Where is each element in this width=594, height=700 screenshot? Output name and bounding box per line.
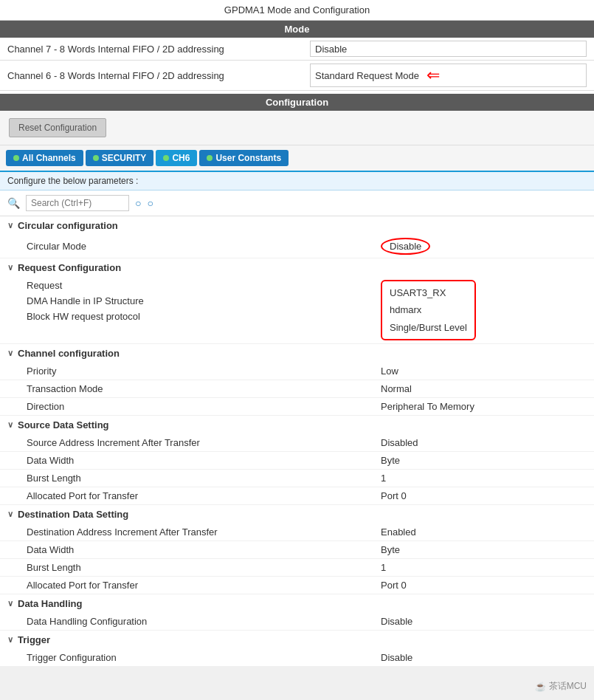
tab-security[interactable]: SECURITY: [86, 150, 154, 166]
param-name: Destination Address Increment After Tran…: [27, 526, 381, 538]
param-value-cell: Disable: [381, 238, 587, 255]
group-3[interactable]: ∨Source Data Setting: [0, 416, 594, 434]
tab-label: CH6: [172, 153, 190, 163]
tab-user-constants[interactable]: User Constants: [199, 150, 289, 166]
param-name: Trigger Configuration: [27, 652, 381, 663]
nav-left-icon[interactable]: ○: [135, 197, 141, 209]
mode-section-header: Mode: [0, 21, 594, 38]
mode-rows: Channel 7 - 8 Words Internal FIFO / 2D a…: [0, 38, 594, 91]
tab-label: All Channels: [22, 153, 76, 163]
mode-row-label: Channel 6 - 8 Words Internal FIFO / 2D a…: [7, 70, 310, 81]
watermark: ☕ 茶话MCU: [535, 680, 587, 693]
search-row: 🔍 ○ ○: [0, 191, 594, 216]
param-row-2-2: Direction Peripheral To Memory: [0, 398, 594, 416]
param-names-col: RequestDMA Handle in IP StructureBlock H…: [27, 280, 381, 322]
tab-ch6[interactable]: CH6: [156, 150, 197, 166]
title-text: GPDMA1 Mode and Configuration: [224, 4, 370, 16]
mode-row-1: Channel 6 - 8 Words Internal FIFO / 2D a…: [0, 61, 594, 91]
nav-right-icon[interactable]: ○: [147, 197, 153, 209]
tab-dot: [163, 155, 169, 161]
group-1[interactable]: ∨Request Configuration: [0, 258, 594, 277]
tab-label: User Constants: [215, 153, 281, 163]
param-name: Transaction Mode: [27, 383, 381, 394]
param-row-3-0: Source Address Increment After Transfer …: [0, 434, 594, 452]
param-value-cell: Byte: [381, 455, 587, 466]
param-row-4-3: Allocated Port for Transfer Port 0: [0, 577, 594, 594]
param-value: Low: [381, 366, 398, 377]
page-title: GPDMA1 Mode and Configuration: [0, 0, 594, 21]
group-chevron: ∨: [7, 263, 13, 272]
configure-text: Configure the below parameters :: [0, 172, 594, 191]
tab-all-channels[interactable]: All Channels: [6, 150, 83, 166]
param-box-value: USART3_RXhdmarxSingle/Burst Level: [381, 280, 587, 340]
group-5[interactable]: ∨Data Handling: [0, 594, 594, 613]
param-value: Port 0: [381, 490, 407, 501]
param-row-3-3: Allocated Port for Transfer Port 0: [0, 487, 594, 505]
group-chevron: ∨: [7, 635, 13, 645]
config-section-header: Configuration: [0, 94, 594, 111]
group-name: Data Handling: [18, 598, 82, 609]
param-value-cell: Low: [381, 366, 587, 377]
param-name: Request: [27, 280, 381, 291]
param-row-4-2: Burst Length 1: [0, 559, 594, 577]
group-chevron: ∨: [7, 349, 13, 358]
param-name: Priority: [27, 366, 381, 377]
param-name: Data Handling Configuration: [27, 616, 381, 627]
param-value-cell: Disabled: [381, 437, 587, 448]
param-value: Port 0: [381, 580, 407, 591]
param-row-4-0: Destination Address Increment After Tran…: [0, 524, 594, 541]
page-container: GPDMA1 Mode and Configuration Mode Chann…: [0, 0, 594, 667]
param-value: Byte: [381, 455, 400, 466]
param-name: Allocated Port for Transfer: [27, 580, 381, 591]
red-circle-annotation: Disable: [381, 238, 430, 255]
param-value-cell: Enabled: [381, 526, 587, 538]
red-box-annotation: USART3_RXhdmarxSingle/Burst Level: [381, 280, 476, 340]
param-value: Enabled: [381, 526, 416, 538]
param-name: Source Address Increment After Transfer: [27, 437, 381, 448]
param-value: 1: [381, 562, 386, 573]
mode-row-label: Channel 7 - 8 Words Internal FIFO / 2D a…: [7, 44, 310, 55]
param-box-group: RequestDMA Handle in IP StructureBlock H…: [0, 277, 594, 344]
group-chevron: ∨: [7, 599, 13, 608]
param-list: ∨Circular configuration Circular Mode Di…: [0, 216, 594, 667]
group-name: Channel configuration: [18, 348, 120, 359]
group-2[interactable]: ∨Channel configuration: [0, 344, 594, 363]
param-name: Direction: [27, 401, 381, 412]
param-row-2-1: Transaction Mode Normal: [0, 380, 594, 398]
mode-row-0: Channel 7 - 8 Words Internal FIFO / 2D a…: [0, 38, 594, 61]
tab-dot: [13, 155, 19, 161]
param-value-cell: Port 0: [381, 580, 587, 591]
group-name: Destination Data Setting: [18, 509, 128, 520]
param-value: Disable: [381, 616, 412, 627]
param-value-cell: Disable: [381, 652, 587, 663]
tab-dot: [207, 155, 213, 161]
param-row-2-0: Priority Low: [0, 363, 594, 380]
group-name: Source Data Setting: [18, 419, 109, 430]
param-row-4-1: Data Width Byte: [0, 541, 594, 559]
param-value: Disable: [381, 652, 412, 663]
param-value-cell: Disable: [381, 616, 587, 627]
param-name: Burst Length: [27, 562, 381, 573]
param-name: DMA Handle in IP Structure: [27, 295, 381, 306]
search-icon: 🔍: [7, 197, 20, 209]
group-name: Trigger: [18, 634, 50, 645]
param-row-3-2: Burst Length 1: [0, 470, 594, 487]
group-name: Request Configuration: [18, 262, 121, 273]
reset-button-area: Reset Configuration: [0, 111, 594, 145]
param-row-6-0: Trigger Configuration Disable: [0, 649, 594, 667]
group-6[interactable]: ∨Trigger: [0, 631, 594, 649]
tab-label: SECURITY: [102, 153, 147, 163]
param-value-cell: 1: [381, 473, 587, 484]
group-chevron: ∨: [7, 420, 13, 430]
param-value-cell: Port 0: [381, 490, 587, 501]
param-row-0-0: Circular Mode Disable: [0, 235, 594, 258]
group-4[interactable]: ∨Destination Data Setting: [0, 505, 594, 524]
param-value-cell: Peripheral To Memory: [381, 401, 587, 412]
reset-config-button[interactable]: Reset Configuration: [9, 118, 106, 137]
param-value: Byte: [381, 544, 400, 555]
param-value: Normal: [381, 383, 412, 394]
param-value-cell: 1: [381, 562, 587, 573]
tabs-row: All ChannelsSECURITYCH6User Constants: [0, 145, 594, 172]
group-0[interactable]: ∨Circular configuration: [0, 216, 594, 235]
search-input[interactable]: [26, 195, 129, 211]
